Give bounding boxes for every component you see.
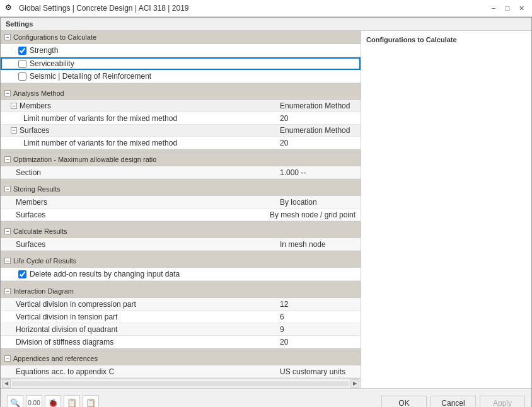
label-horizontal: Horizontal division of quadrant <box>16 325 280 334</box>
section-header-appendices[interactable]: − Appendices and references <box>1 352 361 365</box>
row-surfaces-storing: Surfaces By mesh node / grid point <box>1 209 361 221</box>
hscroll-track[interactable] <box>12 381 349 386</box>
section-header-lifecycle[interactable]: − Life Cycle of Results <box>1 255 361 268</box>
section-header-optimization[interactable]: − Optimization - Maximum allowable desig… <box>1 153 361 166</box>
section-appendices: − Appendices and references Equations ac… <box>1 352 361 378</box>
label-surfaces-calculate: Surfaces <box>16 240 280 249</box>
minus-icon-3: − <box>12 103 15 109</box>
app-icon: ⚙ <box>5 3 15 13</box>
toggle-appendices[interactable]: − <box>4 355 11 362</box>
section-calculate-results: − Calculate Results Surfaces In mesh nod… <box>1 225 361 251</box>
checkbox-serviceability[interactable] <box>18 60 26 68</box>
toggle-optimization[interactable]: − <box>4 156 11 163</box>
checkbox-strength[interactable] <box>18 47 26 55</box>
checkbox-row-serviceability: Serviceability <box>1 57 361 70</box>
value-members: Enumeration Method <box>280 101 356 110</box>
label-seismic: Seismic | Detailing of Reinforcement <box>30 72 151 81</box>
section-label-storing: Storing Results <box>13 185 61 193</box>
search-icon: 🔍 <box>10 398 20 407</box>
section-header-interaction[interactable]: − Interaction Diagram <box>1 285 361 298</box>
toggle-surfaces-analysis[interactable]: − <box>11 127 17 134</box>
checkbox-row-strength: Strength <box>1 44 361 57</box>
section-label-interaction: Interaction Diagram <box>13 287 74 295</box>
close-button[interactable]: ✕ <box>516 3 527 14</box>
row-members-limit: Limit number of variants for the mixed m… <box>1 112 361 125</box>
minus-icon-6: − <box>6 186 9 192</box>
row-surfaces-calculate: Surfaces In mesh node <box>1 238 361 251</box>
toolbar-value-button[interactable]: 0.00 <box>26 395 42 408</box>
value-surfaces-analysis: Enumeration Method <box>280 126 356 135</box>
row-stiffness: Division of stiffness diagrams 20 <box>1 336 361 348</box>
content-area: − Configurations to Calculate Strength S… <box>1 31 531 388</box>
minus-icon-4: − <box>12 127 15 134</box>
minimize-button[interactable]: − <box>488 3 499 14</box>
subsection-members[interactable]: − Members Enumeration Method <box>1 100 361 112</box>
checkbox-delete[interactable] <box>18 270 26 278</box>
hscroll-left[interactable]: ◀ <box>2 379 11 388</box>
value-surfaces-storing: By mesh node / grid point <box>270 210 356 219</box>
label-section: Section <box>16 168 280 177</box>
label-members-storing: Members <box>16 198 280 207</box>
value-surfaces-limit: 20 <box>280 139 356 147</box>
subsection-surfaces-analysis[interactable]: − Surfaces Enumeration Method <box>1 125 361 137</box>
value-tension: 6 <box>280 312 356 321</box>
clipboard2-icon: 📋 <box>86 398 96 407</box>
maximize-button[interactable]: □ <box>502 3 513 14</box>
row-surfaces-limit: Limit number of variants for the mixed m… <box>1 137 361 149</box>
minus-icon-5: − <box>6 156 9 163</box>
toolbar-search-button[interactable]: 🔍 <box>7 395 23 408</box>
row-section: Section 1.000 -- <box>1 166 361 179</box>
minus-icon-9: − <box>6 288 9 294</box>
section-header-storing[interactable]: − Storing Results <box>1 183 361 196</box>
minus-icon-8: − <box>6 258 9 264</box>
section-label-appendices: Appendices and references <box>13 355 98 362</box>
ok-button[interactable]: OK <box>381 396 427 408</box>
label-compression: Vertical division in compression part <box>16 300 280 309</box>
section-storing-results: − Storing Results Members By location Su… <box>1 183 361 221</box>
settings-scroll[interactable]: − Configurations to Calculate Strength S… <box>1 31 361 378</box>
section-header-calculate[interactable]: − Calculate Results <box>1 225 361 238</box>
section-life-cycle: − Life Cycle of Results Delete add-on re… <box>1 255 361 281</box>
label-members-limit: Limit number of variants for the mixed m… <box>23 114 280 123</box>
toolbar-clipboard-button[interactable]: 📋 <box>64 395 80 408</box>
toolbar-debug-button[interactable]: 🐞 <box>45 395 61 408</box>
minus-icon: − <box>6 34 9 40</box>
value-section: 1.000 -- <box>280 168 356 177</box>
checkbox-seismic[interactable] <box>18 72 26 81</box>
right-panel-title: Configurations to Calculate <box>366 36 526 43</box>
toggle-members[interactable]: − <box>11 103 17 109</box>
left-panel: − Configurations to Calculate Strength S… <box>1 31 361 388</box>
titlebar: ⚙ Global Settings | Concrete Design | AC… <box>0 0 532 17</box>
right-panel: Configurations to Calculate <box>361 31 531 388</box>
titlebar-title: Global Settings | Concrete Design | ACI … <box>19 4 189 13</box>
label-surfaces-limit: Limit number of variants for the mixed m… <box>23 139 280 147</box>
toggle-analysis[interactable]: − <box>4 90 11 96</box>
toggle-lifecycle[interactable]: − <box>4 258 11 264</box>
section-header-configurations[interactable]: − Configurations to Calculate <box>1 31 361 44</box>
section-configurations: − Configurations to Calculate Strength S… <box>1 31 361 83</box>
label-stiffness: Division of stiffness diagrams <box>16 338 280 347</box>
section-optimization: − Optimization - Maximum allowable desig… <box>1 153 361 179</box>
toolbar-left: 🔍 0.00 🐞 📋 📋 <box>7 395 99 408</box>
hscroll-right[interactable]: ▶ <box>350 379 359 388</box>
apply-button[interactable]: Apply <box>480 396 525 408</box>
titlebar-controls: − □ ✕ <box>488 3 527 14</box>
toolbar-clipboard2-button[interactable]: 📋 <box>83 395 99 408</box>
toggle-configurations[interactable]: − <box>4 34 11 40</box>
toggle-interaction[interactable]: − <box>4 288 11 294</box>
section-header-analysis[interactable]: − Analysis Method <box>1 87 361 100</box>
checkbox-row-seismic: Seismic | Detailing of Reinforcement <box>1 70 361 83</box>
section-label-optimization: Optimization - Maximum allowable design … <box>13 156 156 163</box>
debug-icon: 🐞 <box>48 398 58 407</box>
value-members-storing: By location <box>280 198 356 207</box>
horizontal-scrollbar[interactable]: ◀ ▶ <box>1 378 361 388</box>
cancel-button[interactable]: Cancel <box>431 396 476 408</box>
clipboard-icon: 📋 <box>67 398 77 407</box>
settings-section-label: Settings <box>1 18 531 31</box>
titlebar-left: ⚙ Global Settings | Concrete Design | AC… <box>5 3 189 13</box>
row-horizontal: Horizontal division of quadrant 9 <box>1 323 361 336</box>
toggle-storing[interactable]: − <box>4 186 11 192</box>
section-interaction-diagram: − Interaction Diagram Vertical division … <box>1 285 361 348</box>
toggle-calculate[interactable]: − <box>4 228 11 234</box>
label-strength: Strength <box>30 46 58 55</box>
